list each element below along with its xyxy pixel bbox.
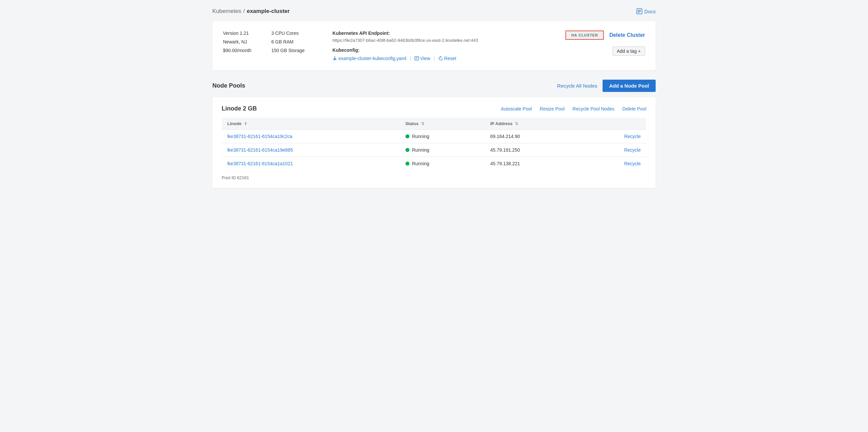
delete-cluster-button[interactable]: Delete Cluster bbox=[609, 32, 645, 38]
node-status-text: Running bbox=[412, 161, 429, 166]
kubeconfig-download-link[interactable]: example-cluster-kubeconfig.yaml bbox=[333, 56, 406, 61]
kubeconfig-label: Kubeconfig: bbox=[333, 48, 565, 53]
node-link-0[interactable]: lke38731-62161-6154ca19c2ca bbox=[227, 134, 292, 139]
add-tag-button[interactable]: Add a tag + bbox=[613, 47, 645, 56]
node-link-2[interactable]: lke38731-62161-6154ca1a1021 bbox=[227, 161, 293, 166]
node-recycle-cell: Recycle bbox=[591, 143, 646, 157]
recycle-pool-nodes-button[interactable]: Recycle Pool Nodes bbox=[573, 106, 615, 112]
node-ip-cell: 69.164.214.90 bbox=[485, 130, 591, 143]
docs-link[interactable]: Docs bbox=[637, 8, 656, 14]
cluster-meta-col-1: Version 1.21 Newark, NJ $90.00/month bbox=[223, 31, 251, 61]
cluster-version: Version 1.21 bbox=[223, 31, 251, 36]
cluster-location: Newark, NJ bbox=[223, 39, 251, 44]
kubeconfig-reset-link[interactable]: Reset bbox=[438, 56, 457, 61]
cluster-endpoint-col: Kubernetes API Endpoint: https://9e2a730… bbox=[324, 31, 565, 61]
pool-name: Linode 2 GB bbox=[222, 105, 257, 112]
breadcrumb-parent[interactable]: Kubernetes bbox=[212, 8, 241, 14]
node-recycle-cell: Recycle bbox=[591, 130, 646, 143]
api-endpoint-url: https://9e2a7307-b6ac-408f-ba62-9483b0b3… bbox=[333, 38, 565, 43]
sort-icon-linode: ⬆ bbox=[244, 121, 247, 126]
resize-pool-button[interactable]: Resize Pool bbox=[540, 106, 565, 112]
node-status-cell: Running bbox=[400, 143, 485, 157]
node-id-cell: lke38731-62161-6154ca19c2ca bbox=[222, 130, 400, 143]
table-row: lke38731-62161-6154ca19e885 Running 45.7… bbox=[222, 143, 646, 157]
download-icon bbox=[333, 56, 337, 61]
kubeconfig-divider-1: | bbox=[410, 55, 411, 61]
nodes-table: Linode ⬆ Status ⇅ IP Address ⇅ bbox=[222, 118, 646, 171]
node-recycle-link-0[interactable]: Recycle bbox=[624, 134, 641, 139]
col-header-status[interactable]: Status ⇅ bbox=[400, 118, 485, 130]
sort-icon-status: ⇅ bbox=[421, 121, 424, 126]
node-pools-actions: Recycle All Nodes Add a Node Pool bbox=[557, 80, 656, 92]
recycle-all-nodes-button[interactable]: Recycle All Nodes bbox=[557, 83, 597, 89]
cluster-info-left: Version 1.21 Newark, NJ $90.00/month 3 C… bbox=[223, 31, 565, 61]
page: Kubernetes / example-cluster Docs Versio… bbox=[202, 0, 666, 196]
docs-label: Docs bbox=[644, 9, 656, 14]
table-row: lke38731-62161-6154ca19c2ca Running 69.1… bbox=[222, 130, 646, 143]
cluster-meta-col-2: 3 CPU Cores 6 GB RAM 150 GB Storage bbox=[271, 31, 305, 61]
table-row: lke38731-62161-6154ca1a1021 Running 45.7… bbox=[222, 157, 646, 171]
node-recycle-cell: Recycle bbox=[591, 157, 646, 171]
kubeconfig-view-link[interactable]: View bbox=[414, 56, 430, 61]
node-recycle-link-1[interactable]: Recycle bbox=[624, 147, 641, 153]
node-status-cell: Running bbox=[400, 157, 485, 171]
kubeconfig-actions: example-cluster-kubeconfig.yaml | View | bbox=[333, 55, 565, 61]
pool-id: Pool ID 62161 bbox=[222, 175, 646, 180]
node-ip: 45.79.138.221 bbox=[490, 161, 520, 166]
status-dot bbox=[405, 134, 409, 138]
col-header-recycle bbox=[591, 118, 646, 130]
breadcrumb-separator: / bbox=[243, 8, 245, 14]
node-id-cell: lke38731-62161-6154ca1a1021 bbox=[222, 157, 400, 171]
docs-icon bbox=[637, 8, 642, 14]
node-ip: 69.164.214.90 bbox=[490, 134, 520, 139]
node-id-cell: lke38731-62161-6154ca19e885 bbox=[222, 143, 400, 157]
table-header-row: Linode ⬆ Status ⇅ IP Address ⇅ bbox=[222, 118, 646, 130]
node-pools-title: Node Pools bbox=[212, 82, 245, 89]
node-ip-cell: 45.79.138.221 bbox=[485, 157, 591, 171]
add-node-pool-button[interactable]: Add a Node Pool bbox=[602, 80, 656, 92]
cluster-cpu: 3 CPU Cores bbox=[271, 31, 305, 36]
node-recycle-link-2[interactable]: Recycle bbox=[624, 161, 641, 166]
api-endpoint-label: Kubernetes API Endpoint: bbox=[333, 31, 565, 36]
autoscale-pool-button[interactable]: Autoscale Pool bbox=[501, 106, 532, 112]
node-status-cell: Running bbox=[400, 130, 485, 143]
cluster-info-card: Version 1.21 Newark, NJ $90.00/month 3 C… bbox=[212, 21, 656, 70]
sort-icon-ip: ⇅ bbox=[515, 121, 518, 126]
pool-header: Linode 2 GB Autoscale Pool Resize Pool R… bbox=[222, 105, 646, 112]
col-header-ip[interactable]: IP Address ⇅ bbox=[485, 118, 591, 130]
ha-cluster-badge[interactable]: HA CLUSTER bbox=[565, 31, 604, 40]
cluster-ram: 6 GB RAM bbox=[271, 39, 305, 44]
breadcrumb: Kubernetes / example-cluster bbox=[212, 8, 290, 14]
kubeconfig-divider-2: | bbox=[434, 55, 435, 61]
reset-icon bbox=[438, 56, 443, 61]
node-pools-header: Node Pools Recycle All Nodes Add a Node … bbox=[212, 80, 656, 92]
status-dot bbox=[405, 162, 409, 165]
node-ip-cell: 45.79.191.250 bbox=[485, 143, 591, 157]
cluster-actions-top: HA CLUSTER Delete Cluster bbox=[565, 31, 645, 40]
cluster-storage: 150 GB Storage bbox=[271, 48, 305, 53]
status-dot bbox=[405, 148, 409, 152]
breadcrumb-bar: Kubernetes / example-cluster Docs bbox=[212, 8, 656, 14]
delete-pool-button[interactable]: Delete Pool bbox=[622, 106, 646, 112]
breadcrumb-current: example-cluster bbox=[247, 8, 290, 14]
pool-card-0: Linode 2 GB Autoscale Pool Resize Pool R… bbox=[212, 97, 656, 188]
node-status-text: Running bbox=[412, 134, 429, 139]
node-link-1[interactable]: lke38731-62161-6154ca19e885 bbox=[227, 147, 293, 153]
view-icon bbox=[414, 56, 419, 61]
col-header-linode[interactable]: Linode ⬆ bbox=[222, 118, 400, 130]
cluster-actions: HA CLUSTER Delete Cluster Add a tag + bbox=[565, 31, 645, 56]
pool-actions: Autoscale Pool Resize Pool Recycle Pool … bbox=[501, 106, 646, 112]
node-ip: 45.79.191.250 bbox=[490, 147, 520, 153]
node-status-text: Running bbox=[412, 147, 429, 153]
cluster-price: $90.00/month bbox=[223, 48, 251, 53]
